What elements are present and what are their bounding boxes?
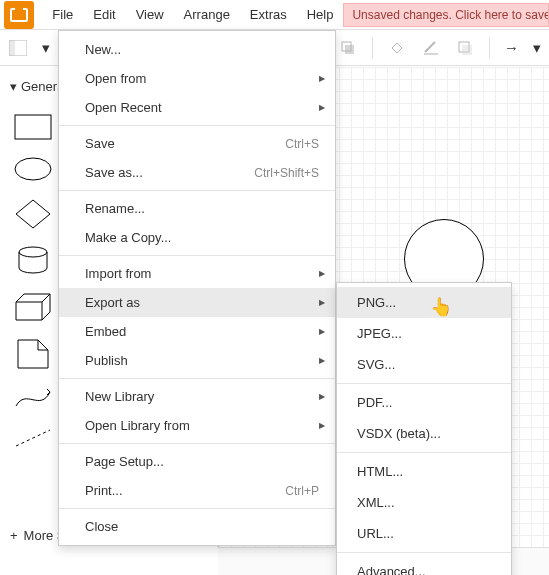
file-save[interactable]: SaveCtrl+S xyxy=(59,129,335,158)
chevron-down-icon[interactable]: ▾ xyxy=(533,39,541,57)
separator xyxy=(59,443,335,444)
shape-dashed-line[interactable] xyxy=(14,428,52,448)
chevron-down-icon[interactable]: ▾ xyxy=(42,39,50,57)
menu-help[interactable]: Help xyxy=(297,1,344,28)
shadow-icon[interactable] xyxy=(455,38,475,58)
file-new-library[interactable]: New Library xyxy=(59,382,335,411)
svg-rect-9 xyxy=(15,115,51,139)
svg-rect-4 xyxy=(345,45,354,54)
export-html[interactable]: HTML... xyxy=(337,456,511,487)
separator xyxy=(372,37,373,59)
file-print[interactable]: Print...Ctrl+P xyxy=(59,476,335,505)
separator xyxy=(59,255,335,256)
file-dropdown: New... Open from Open Recent SaveCtrl+S … xyxy=(58,30,336,546)
shape-diamond[interactable] xyxy=(14,198,52,230)
file-open-library[interactable]: Open Library from xyxy=(59,411,335,440)
separator xyxy=(59,508,335,509)
separator xyxy=(59,125,335,126)
export-xml[interactable]: XML... xyxy=(337,487,511,518)
menu-file[interactable]: File xyxy=(42,1,83,28)
svg-point-11 xyxy=(19,247,47,257)
file-rename[interactable]: Rename... xyxy=(59,194,335,223)
svg-rect-8 xyxy=(462,45,472,55)
menu-arrange[interactable]: Arrange xyxy=(174,1,240,28)
separator xyxy=(59,378,335,379)
shape-rectangle[interactable] xyxy=(14,114,52,140)
unsaved-status[interactable]: Unsaved changes. Click here to save xyxy=(343,3,549,27)
plus-icon: + xyxy=(10,528,18,543)
file-export-as[interactable]: Export as xyxy=(59,288,335,317)
shape-cylinder[interactable] xyxy=(14,246,52,276)
export-svg[interactable]: SVG... xyxy=(337,349,511,380)
svg-rect-6 xyxy=(424,53,438,55)
file-save-as[interactable]: Save as...Ctrl+Shift+S xyxy=(59,158,335,187)
file-embed[interactable]: Embed xyxy=(59,317,335,346)
shape-cube[interactable] xyxy=(14,292,52,322)
file-close[interactable]: Close xyxy=(59,512,335,541)
menubar: File Edit View Arrange Extras Help Unsav… xyxy=(0,0,549,30)
to-back-icon[interactable] xyxy=(338,38,358,58)
export-pdf[interactable]: PDF... xyxy=(337,387,511,418)
shape-document[interactable] xyxy=(14,338,52,370)
export-png[interactable]: PNG... xyxy=(337,287,511,318)
svg-point-10 xyxy=(15,158,51,180)
app-logo[interactable] xyxy=(4,1,34,29)
file-open-recent[interactable]: Open Recent xyxy=(59,93,335,122)
connection-icon[interactable]: → xyxy=(504,39,519,56)
layout-icon[interactable] xyxy=(8,38,28,58)
svg-rect-1 xyxy=(9,40,15,56)
export-jpeg[interactable]: JPEG... xyxy=(337,318,511,349)
file-new[interactable]: New... xyxy=(59,35,335,64)
shape-curve[interactable] xyxy=(14,386,52,412)
shape-ellipse[interactable] xyxy=(14,156,52,182)
separator xyxy=(337,552,511,553)
chevron-down-icon: ▾ xyxy=(10,79,17,94)
file-page-setup[interactable]: Page Setup... xyxy=(59,447,335,476)
file-import-from[interactable]: Import from xyxy=(59,259,335,288)
fill-icon[interactable] xyxy=(387,38,407,58)
menu-edit[interactable]: Edit xyxy=(83,1,125,28)
export-url[interactable]: URL... xyxy=(337,518,511,549)
file-open-from[interactable]: Open from xyxy=(59,64,335,93)
separator xyxy=(337,452,511,453)
file-publish[interactable]: Publish xyxy=(59,346,335,375)
export-advanced[interactable]: Advanced... xyxy=(337,556,511,575)
export-submenu: PNG... JPEG... SVG... PDF... VSDX (beta)… xyxy=(336,282,512,575)
separator xyxy=(59,190,335,191)
export-vsdx[interactable]: VSDX (beta)... xyxy=(337,418,511,449)
stroke-icon[interactable] xyxy=(421,38,441,58)
separator xyxy=(489,37,490,59)
menu-extras[interactable]: Extras xyxy=(240,1,297,28)
file-make-copy[interactable]: Make a Copy... xyxy=(59,223,335,252)
separator xyxy=(337,383,511,384)
menu-view[interactable]: View xyxy=(126,1,174,28)
